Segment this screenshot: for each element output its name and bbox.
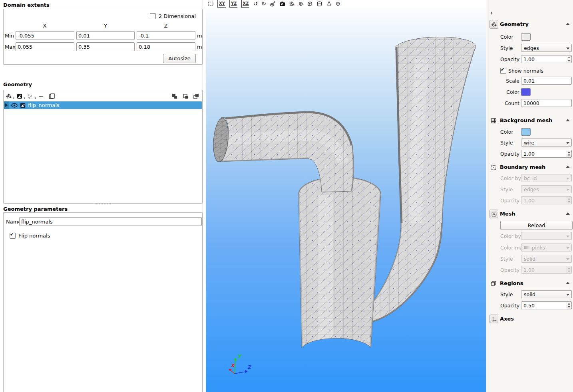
boundary-mesh-section-icon[interactable] bbox=[490, 164, 497, 171]
boundary-colorby-row: Color by bc_id bbox=[486, 174, 573, 182]
fit-view-icon[interactable] bbox=[208, 0, 214, 7]
remove-icon[interactable] bbox=[38, 92, 45, 99]
item-thumbnail-icon bbox=[20, 103, 26, 108]
expand-arrow-icon[interactable] bbox=[4, 101, 9, 109]
two-dimensional-label: 2 Dimensional bbox=[159, 13, 196, 19]
collapse-arrow-icon[interactable] bbox=[566, 23, 570, 25]
section-geometry-header[interactable]: Geometry bbox=[486, 21, 573, 30]
regions-style-select[interactable]: solid bbox=[521, 290, 572, 298]
viewport-3d[interactable]: X Y Z bbox=[206, 8, 486, 392]
mesh-colormap-select: pinks bbox=[521, 244, 572, 251]
normals-count-field[interactable] bbox=[521, 99, 572, 107]
collapse-arrow-icon[interactable] bbox=[566, 166, 570, 168]
max-label: Max bbox=[5, 44, 16, 50]
background-mesh-section-icon[interactable] bbox=[490, 117, 497, 124]
section-regions-header[interactable]: Regions bbox=[486, 280, 573, 289]
min-z-field[interactable] bbox=[137, 31, 195, 40]
reload-button[interactable]: Reload bbox=[500, 221, 573, 230]
show-normals-checkbox[interactable] bbox=[500, 68, 506, 74]
min-label: Min bbox=[5, 33, 14, 39]
collapse-arrow-icon[interactable] bbox=[566, 119, 570, 121]
hide-actor-icon[interactable]: ⊖ bbox=[336, 0, 340, 7]
section-axes-header[interactable]: Axes bbox=[486, 315, 573, 324]
geometry-parameters-title: Geometry parameters bbox=[3, 206, 68, 212]
show-cube-icon[interactable] bbox=[307, 0, 313, 7]
autosize-button[interactable]: Autosize bbox=[163, 54, 196, 63]
column-z-label: Z bbox=[137, 23, 195, 29]
copy-icon[interactable] bbox=[49, 92, 56, 99]
regions-section-icon[interactable] bbox=[490, 280, 497, 287]
mesh-section-icon[interactable] bbox=[489, 210, 498, 218]
geometry-style-select[interactable]: edges bbox=[521, 44, 572, 52]
column-x-label: X bbox=[16, 23, 74, 29]
normals-scale-field[interactable] bbox=[521, 77, 572, 85]
min-y-field[interactable] bbox=[76, 31, 135, 40]
add-geometry-icon[interactable]: ▾ bbox=[6, 92, 13, 99]
center-view-icon[interactable]: ⊕ bbox=[298, 0, 303, 7]
show-cylinder-icon[interactable] bbox=[316, 0, 322, 7]
rotate-ccw-icon[interactable]: ↺ bbox=[253, 0, 258, 7]
mesh-style-select: solid bbox=[521, 255, 572, 263]
two-dimensional-checkbox[interactable] bbox=[150, 13, 156, 19]
regions-opacity-spinner[interactable]: 0.50 bbox=[521, 301, 572, 309]
orientation-marker-icon[interactable] bbox=[289, 0, 295, 7]
name-field[interactable] bbox=[19, 217, 202, 226]
geometry-list-item[interactable]: flip_normals bbox=[4, 101, 202, 109]
plane-xz-button[interactable]: XZ bbox=[241, 0, 249, 8]
geometry-list-title: Geometry bbox=[3, 81, 32, 87]
bgmesh-color-swatch[interactable] bbox=[521, 128, 531, 136]
mesh-colorby-select bbox=[521, 232, 572, 240]
plane-xy-button[interactable]: XY bbox=[217, 0, 226, 8]
normals-count-row: Count bbox=[486, 99, 573, 107]
geometry-toolbar: ▾ ▾ ▾ bbox=[4, 90, 202, 101]
geometry-color-row: Color bbox=[486, 33, 573, 41]
section-mesh-header[interactable]: Mesh bbox=[486, 210, 573, 219]
panel-splitter[interactable] bbox=[95, 204, 111, 204]
section-background-mesh-header[interactable]: Background mesh bbox=[486, 117, 573, 126]
rotate-cw-icon[interactable]: ↻ bbox=[261, 0, 266, 7]
boundary-style-row: Style edges bbox=[486, 185, 573, 193]
domain-extents-title: Domain extents bbox=[3, 2, 50, 8]
isometric-view-icon[interactable] bbox=[270, 0, 276, 7]
plane-yz-button[interactable]: YZ bbox=[229, 0, 238, 8]
axes-section-icon[interactable] bbox=[489, 315, 498, 323]
flip-normals-row: Flip normals bbox=[10, 233, 50, 239]
boundary-colorby-select: bc_id bbox=[521, 174, 572, 182]
show-normals-row: Show normals bbox=[486, 67, 573, 75]
render-scene: X Y Z bbox=[206, 8, 486, 392]
panel-collapse-button[interactable]: › bbox=[490, 10, 493, 17]
screenshot-icon[interactable] bbox=[279, 0, 285, 7]
max-y-field[interactable] bbox=[76, 42, 135, 51]
auto-generate-icon[interactable]: ▾ bbox=[27, 92, 34, 99]
right-panel: › Geometry Color Style edges Opacity 1.0… bbox=[486, 0, 573, 392]
geometry-section-icon[interactable] bbox=[489, 20, 498, 29]
section-boundary-mesh-header[interactable]: Boundary mesh bbox=[486, 164, 573, 172]
bgmesh-color-row: Color bbox=[486, 128, 573, 136]
min-x-field[interactable] bbox=[16, 31, 74, 40]
geometry-opacity-spinner[interactable]: 1.00 bbox=[521, 55, 572, 63]
geometry-opacity-row: Opacity 1.00 bbox=[486, 55, 573, 63]
merge-icon[interactable] bbox=[171, 92, 179, 99]
bgmesh-opacity-spinner[interactable]: 1.00 bbox=[521, 150, 572, 158]
flip-normals-label: Flip normals bbox=[18, 233, 50, 239]
collapse-arrow-icon[interactable] bbox=[566, 212, 570, 215]
geometry-parameters-box: Name Flip normals bbox=[3, 212, 203, 392]
extract-icon[interactable] bbox=[193, 92, 200, 99]
max-z-field[interactable] bbox=[137, 42, 195, 51]
show-cone-icon[interactable] bbox=[326, 0, 332, 7]
column-y-label: Y bbox=[76, 23, 135, 29]
flip-normals-checkbox[interactable] bbox=[10, 233, 16, 239]
bgmesh-style-select[interactable]: wire bbox=[521, 139, 572, 147]
normals-scale-row: Scale bbox=[486, 77, 573, 85]
regions-style-row: Style solid bbox=[486, 290, 573, 298]
max-x-field[interactable] bbox=[16, 42, 74, 51]
visibility-eye-icon[interactable] bbox=[11, 103, 18, 108]
bgmesh-style-row: Style wire bbox=[486, 139, 573, 147]
geometry-list-box: ▾ ▾ ▾ bbox=[3, 90, 203, 204]
add-image-icon[interactable]: ▾ bbox=[16, 92, 24, 99]
geometry-color-swatch[interactable] bbox=[521, 33, 531, 41]
duplicate-icon[interactable] bbox=[182, 92, 189, 99]
collapse-arrow-icon[interactable] bbox=[566, 282, 570, 284]
left-panel: Domain extents 2 Dimensional X Y Z Min m… bbox=[0, 0, 203, 392]
normals-color-swatch[interactable] bbox=[521, 88, 531, 96]
